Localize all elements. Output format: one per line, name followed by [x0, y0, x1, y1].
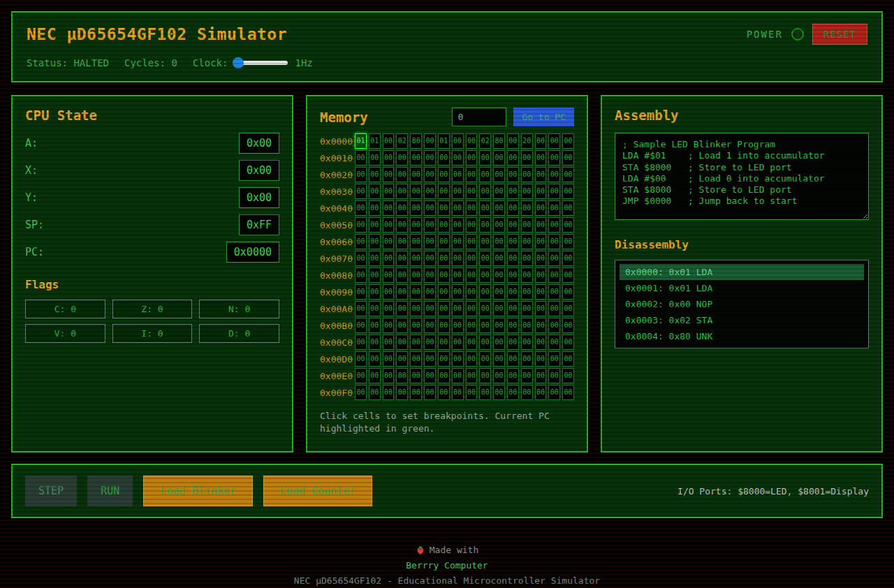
memory-cell[interactable]: 00 — [548, 284, 560, 300]
memory-cell[interactable]: 00 — [369, 200, 381, 216]
memory-cell[interactable]: 00 — [396, 217, 408, 233]
load-counter-button[interactable]: Load Counter — [263, 476, 372, 506]
step-button[interactable]: STEP — [25, 476, 77, 506]
memory-cell[interactable]: 00 — [355, 234, 367, 249]
memory-cell[interactable]: 00 — [493, 217, 505, 233]
memory-cell[interactable]: 00 — [562, 217, 574, 233]
memory-cell[interactable]: 00 — [535, 133, 547, 149]
memory-cell[interactable]: 00 — [410, 318, 422, 333]
memory-cell[interactable]: 00 — [479, 251, 491, 266]
memory-cell[interactable]: 00 — [369, 184, 381, 199]
memory-cell[interactable]: 00 — [369, 335, 381, 350]
clock-slider-thumb[interactable] — [233, 57, 244, 68]
memory-cell[interactable]: 00 — [396, 267, 408, 283]
memory-cell[interactable]: 00 — [562, 184, 574, 199]
memory-cell[interactable]: 00 — [535, 167, 547, 182]
memory-cell[interactable]: 00 — [535, 267, 547, 283]
load-blinker-button[interactable]: Load Blinker — [143, 476, 252, 506]
memory-cell[interactable]: 00 — [396, 351, 408, 367]
memory-cell[interactable]: 00 — [479, 284, 491, 300]
memory-cell[interactable]: 00 — [452, 251, 464, 266]
memory-cell[interactable]: 00 — [562, 284, 574, 300]
memory-cell[interactable]: 00 — [355, 351, 367, 367]
clock-slider[interactable] — [235, 61, 288, 65]
memory-cell[interactable]: 00 — [424, 267, 436, 283]
memory-cell[interactable]: 00 — [507, 368, 519, 383]
memory-cell[interactable]: 00 — [355, 167, 367, 182]
memory-cell[interactable]: 00 — [438, 267, 450, 283]
memory-cell[interactable]: 00 — [452, 167, 464, 182]
memory-cell[interactable]: 00 — [410, 301, 422, 316]
memory-cell[interactable]: 00 — [452, 267, 464, 283]
memory-cell[interactable]: 00 — [521, 217, 533, 233]
memory-cell[interactable]: 00 — [479, 150, 491, 166]
memory-cell[interactable]: 00 — [383, 184, 395, 199]
memory-cell[interactable]: 20 — [521, 133, 533, 149]
memory-address-input[interactable] — [452, 108, 506, 126]
reset-button[interactable]: RESET — [812, 24, 867, 45]
memory-cell[interactable]: 00 — [410, 150, 422, 166]
memory-cell[interactable]: 00 — [507, 351, 519, 367]
berrry-computer-link[interactable]: Berrry Computer — [11, 560, 883, 571]
memory-cell[interactable]: 00 — [438, 184, 450, 199]
memory-cell[interactable]: 00 — [521, 301, 533, 316]
memory-cell[interactable]: 00 — [424, 150, 436, 166]
memory-cell[interactable]: 00 — [535, 217, 547, 233]
memory-cell[interactable]: 00 — [479, 184, 491, 199]
memory-cell[interactable]: 00 — [479, 351, 491, 367]
memory-cell[interactable]: 00 — [493, 267, 505, 283]
memory-cell[interactable]: 00 — [452, 200, 464, 216]
memory-cell[interactable]: 00 — [369, 167, 381, 182]
memory-cell[interactable]: 00 — [493, 368, 505, 383]
memory-cell[interactable]: 00 — [438, 167, 450, 182]
memory-cell[interactable]: 00 — [452, 385, 464, 400]
memory-cell[interactable]: 00 — [424, 200, 436, 216]
memory-cell[interactable]: 00 — [548, 251, 560, 266]
memory-cell[interactable]: 00 — [452, 318, 464, 333]
memory-cell[interactable]: 00 — [424, 251, 436, 266]
memory-cell[interactable]: 00 — [396, 318, 408, 333]
memory-cell[interactable]: 00 — [396, 167, 408, 182]
memory-cell[interactable]: 00 — [424, 368, 436, 383]
memory-cell[interactable]: 00 — [355, 318, 367, 333]
memory-cell[interactable]: 00 — [548, 318, 560, 333]
memory-cell[interactable]: 00 — [493, 385, 505, 400]
memory-cell[interactable]: 00 — [493, 318, 505, 333]
memory-cell[interactable]: 00 — [521, 351, 533, 367]
memory-cell[interactable]: 00 — [479, 335, 491, 350]
memory-cell[interactable]: 00 — [410, 200, 422, 216]
memory-cell[interactable]: 00 — [396, 368, 408, 383]
memory-cell[interactable]: 00 — [410, 284, 422, 300]
memory-cell[interactable]: 00 — [383, 335, 395, 350]
memory-cell[interactable]: 00 — [410, 335, 422, 350]
memory-cell[interactable]: 00 — [396, 385, 408, 400]
memory-cell[interactable]: 00 — [493, 335, 505, 350]
memory-cell[interactable]: 00 — [452, 217, 464, 233]
memory-cell[interactable]: 00 — [535, 351, 547, 367]
memory-cell[interactable]: 00 — [383, 267, 395, 283]
memory-cell[interactable]: 00 — [369, 301, 381, 316]
memory-cell[interactable]: 00 — [562, 385, 574, 400]
memory-cell[interactable]: 00 — [521, 385, 533, 400]
memory-cell[interactable]: 00 — [438, 150, 450, 166]
memory-cell[interactable]: 00 — [452, 184, 464, 199]
memory-cell[interactable]: 00 — [424, 335, 436, 350]
memory-cell[interactable]: 00 — [410, 251, 422, 266]
memory-cell[interactable]: 00 — [452, 234, 464, 249]
memory-cell[interactable]: 00 — [493, 184, 505, 199]
memory-cell[interactable]: 00 — [507, 184, 519, 199]
memory-cell[interactable]: 00 — [424, 301, 436, 316]
memory-cell[interactable]: 00 — [410, 368, 422, 383]
memory-cell[interactable]: 00 — [479, 200, 491, 216]
memory-cell[interactable]: 00 — [507, 318, 519, 333]
memory-cell[interactable]: 00 — [369, 267, 381, 283]
memory-cell[interactable]: 00 — [410, 351, 422, 367]
memory-cell[interactable]: 00 — [424, 184, 436, 199]
memory-cell[interactable]: 00 — [548, 200, 560, 216]
memory-cell[interactable]: 00 — [424, 284, 436, 300]
memory-cell[interactable]: 00 — [396, 335, 408, 350]
memory-cell[interactable]: 00 — [383, 234, 395, 249]
memory-cell[interactable]: 80 — [493, 133, 505, 149]
memory-cell[interactable]: 00 — [396, 200, 408, 216]
memory-cell[interactable]: 00 — [396, 301, 408, 316]
